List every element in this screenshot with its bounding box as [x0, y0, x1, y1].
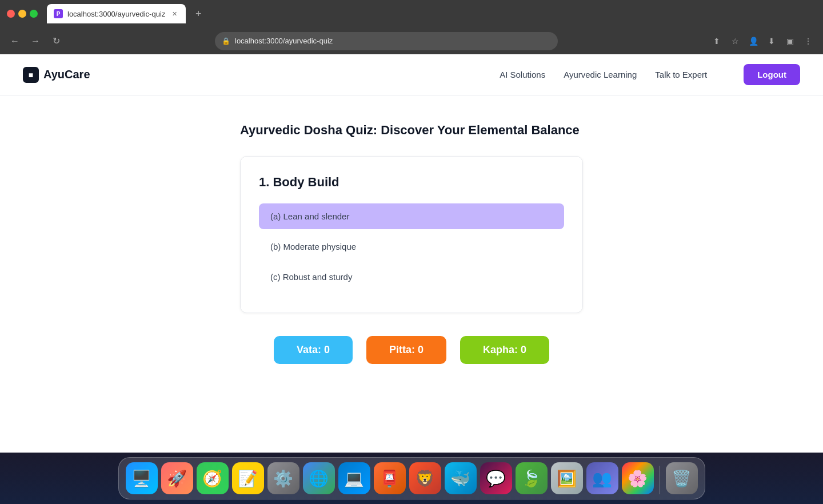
close-window-button[interactable]: [7, 10, 15, 18]
address-bar-row: ← → ↻ 🔒 localhost:3000/ayurvedic-quiz ⬆ …: [0, 27, 823, 54]
dock-item-safari[interactable]: 🧭: [197, 462, 229, 494]
nav-link-ai-solutions[interactable]: AI Solutions: [500, 70, 545, 79]
answer-option-b[interactable]: (b) Moderate physique: [259, 234, 564, 259]
question-title: 1. Body Build: [259, 175, 564, 190]
browser-tab[interactable]: P localhost:3000/ayurvedic-quiz ✕: [47, 4, 186, 23]
vata-score-badge[interactable]: Vata: 0: [274, 336, 353, 364]
pitta-score-badge[interactable]: Pitta: 0: [366, 336, 446, 364]
dock-item-finder[interactable]: 🖥️: [126, 462, 158, 494]
dock-item-docker[interactable]: 🐳: [445, 462, 477, 494]
multiwindow-button[interactable]: ▣: [782, 33, 798, 49]
scores-row: Vata: 0 Pitta: 0 Kapha: 0: [274, 336, 549, 364]
tab-favicon: P: [54, 9, 63, 18]
minimize-window-button[interactable]: [18, 10, 26, 18]
extensions-button[interactable]: ⬆: [709, 33, 725, 49]
menu-button[interactable]: ⋮: [800, 33, 816, 49]
title-bar: P localhost:3000/ayurvedic-quiz ✕ +: [0, 0, 823, 27]
nav-link-ayurvedic-learning[interactable]: Ayurvedic Learning: [564, 70, 637, 79]
tab-close-button[interactable]: ✕: [170, 9, 179, 18]
main-content: Ayurvedic Dosha Quiz: Discover Your Elem…: [0, 95, 823, 453]
reload-button[interactable]: ↻: [48, 33, 64, 49]
dock-item-preview[interactable]: 🖼️: [551, 462, 583, 494]
dock-item-photos[interactable]: 🌸: [622, 462, 654, 494]
dock-item-settings[interactable]: ⚙️: [267, 462, 299, 494]
tab-label: localhost:3000/ayurvedic-quiz: [67, 10, 165, 18]
dock-item-launchpad[interactable]: 🚀: [161, 462, 193, 494]
dock-item-vscode[interactable]: 💻: [338, 462, 370, 494]
browser-chrome: P localhost:3000/ayurvedic-quiz ✕ + ← → …: [0, 0, 823, 54]
maximize-window-button[interactable]: [30, 10, 38, 18]
traffic-lights: [7, 10, 38, 18]
dock-bar: 🖥️ 🚀 🧭 📝 ⚙️ 🌐 💻 📮 🦁 🐳 💬 🍃 🖼️ 👥 🌸 🗑️: [118, 457, 705, 499]
dock-item-mongodb[interactable]: 🍃: [516, 462, 548, 494]
address-bar[interactable]: 🔒 localhost:3000/ayurvedic-quiz: [215, 32, 558, 50]
nav-link-talk-to-expert[interactable]: Talk to Expert: [655, 70, 707, 79]
logo-icon: ■: [23, 67, 39, 83]
app-content: ■ AyuCare AI Solutions Ayurvedic Learnin…: [0, 54, 823, 453]
kapha-score-badge[interactable]: Kapha: 0: [460, 336, 549, 364]
logo: ■ AyuCare: [23, 67, 90, 83]
navbar: ■ AyuCare AI Solutions Ayurvedic Learnin…: [0, 54, 823, 95]
dock-item-notes[interactable]: 📝: [232, 462, 264, 494]
nav-links: AI Solutions Ayurvedic Learning Talk to …: [500, 64, 800, 85]
dock-item-slack[interactable]: 💬: [480, 462, 512, 494]
dock-item-chrome[interactable]: 🌐: [303, 462, 335, 494]
new-tab-button[interactable]: +: [190, 6, 206, 22]
quiz-card: 1. Body Build (a) Lean and slender (b) M…: [240, 156, 583, 313]
answer-option-c[interactable]: (c) Robust and sturdy: [259, 264, 564, 290]
browser-actions: ⬆ ☆ 👤 ⬇ ▣ ⋮: [709, 33, 816, 49]
answer-option-a[interactable]: (a) Lean and slender: [259, 203, 564, 229]
back-button[interactable]: ←: [7, 33, 23, 49]
dock-item-postman[interactable]: 📮: [374, 462, 406, 494]
logout-button[interactable]: Logout: [744, 64, 800, 85]
lock-icon: 🔒: [222, 37, 230, 45]
download-button[interactable]: ⬇: [764, 33, 780, 49]
dock-item-brave[interactable]: 🦁: [409, 462, 441, 494]
dock-area: 🖥️ 🚀 🧭 📝 ⚙️ 🌐 💻 📮 🦁 🐳 💬 🍃 🖼️ 👥 🌸 🗑️: [0, 453, 823, 504]
forward-button[interactable]: →: [27, 33, 43, 49]
quiz-page-title: Ayurvedic Dosha Quiz: Discover Your Elem…: [240, 123, 580, 138]
bookmark-button[interactable]: ☆: [727, 33, 743, 49]
dock-item-teams[interactable]: 👥: [586, 462, 618, 494]
dock-item-trash[interactable]: 🗑️: [666, 462, 698, 494]
url-text: localhost:3000/ayurvedic-quiz: [235, 37, 333, 45]
dock-divider: [660, 466, 660, 494]
logo-text: AyuCare: [43, 68, 90, 81]
profile-button[interactable]: 👤: [745, 33, 761, 49]
